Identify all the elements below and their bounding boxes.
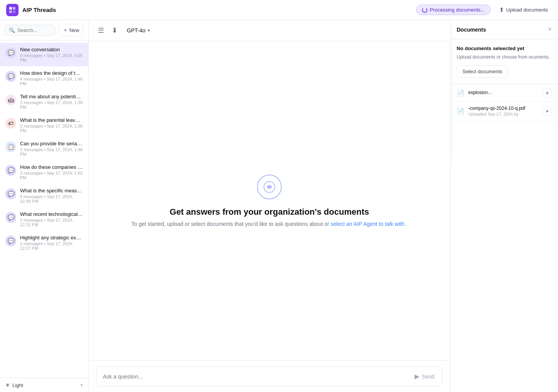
- send-label: Send: [422, 373, 434, 380]
- right-panel-title: Documents: [457, 27, 486, 33]
- center-area: Get answers from your organization's doc…: [89, 41, 450, 360]
- search-input[interactable]: [17, 27, 51, 33]
- right-panel-header: Documents ×: [450, 20, 558, 39]
- avatar: 📋: [5, 141, 16, 152]
- chevron-down-icon: ▾: [148, 28, 150, 33]
- menu-icon-button[interactable]: ☰: [96, 25, 106, 36]
- info-icon-button[interactable]: ⬇: [110, 25, 119, 36]
- right-panel-content: Documents × No documents seleected yet U…: [450, 20, 558, 121]
- file-item-1: 📄 explosion... +: [450, 84, 558, 102]
- right-panel: Processing documents View Status STARs A…: [450, 20, 558, 392]
- content-toolbar: ☰ ⬇ GPT-4o ▾: [89, 20, 450, 41]
- conv-info: Can you provide the serial numb... 2 mes…: [20, 141, 83, 156]
- sidebar: 🔍 ＋ New 💬 New conversation 0 messages • …: [0, 20, 89, 392]
- conv-title: What is the parental leave policy?: [20, 117, 83, 123]
- conv-meta: 0 messages • Sep 17, 2024, 5:05 PM: [20, 53, 83, 62]
- conv-info: What is the specific measuremen... 6 mes…: [20, 188, 83, 204]
- list-item[interactable]: 📋 Can you provide the serial numb... 2 m…: [0, 137, 88, 160]
- conv-meta: 2 messages • Sep 17, 2024, 1:03 PM: [20, 171, 83, 180]
- conv-meta: 2 messages • Sep 17, 2024, 12:31 PM: [20, 218, 83, 227]
- svg-rect-1: [13, 7, 15, 10]
- main-layout: 🔍 ＋ New 💬 New conversation 0 messages • …: [0, 20, 558, 392]
- conv-title: How does the design of the taper ...: [20, 70, 83, 76]
- agent-link[interactable]: select an AIP Agent to talk with: [331, 221, 404, 227]
- upload-btn-label: Upload documents: [506, 7, 548, 13]
- list-item[interactable]: 💬 What is the specific measuremen... 6 m…: [0, 184, 88, 207]
- app-icon: [6, 4, 18, 16]
- main-content: ☰ ⬇ GPT-4o ▾ Get answers from your organ…: [89, 20, 450, 392]
- conv-info: How does the design of the taper ... 4 m…: [20, 70, 83, 86]
- list-item[interactable]: 💬 How do these companies describ... 2 me…: [0, 160, 88, 184]
- header-left: AIP Threads: [6, 4, 56, 16]
- send-icon: ▶: [415, 373, 419, 380]
- conv-info: Highlight any strategic expansion... 2 m…: [20, 235, 83, 251]
- file-item-2: 📄 -company-qs-2024-10-q.pdf Uploaded Sep…: [450, 102, 558, 121]
- conv-title: Highlight any strategic expansion...: [20, 235, 83, 241]
- file-add-btn-1[interactable]: +: [543, 88, 552, 98]
- chevron-down-icon: ▾: [81, 383, 83, 388]
- conv-title: Can you provide the serial numb...: [20, 141, 83, 146]
- panel-message: No documents seleected yet Upload docume…: [450, 39, 558, 84]
- sidebar-bottom: ✳ Light ▾: [0, 378, 88, 392]
- plus-icon: ＋: [63, 27, 68, 34]
- conv-info: What recent technological advan... 2 mes…: [20, 211, 83, 227]
- list-item[interactable]: 💬 New conversation 0 messages • Sep 17, …: [0, 43, 88, 66]
- pdf-icon-2: 📄: [457, 108, 464, 115]
- avatar: 💬: [5, 188, 16, 199]
- upload-icon: ⬆: [499, 6, 504, 13]
- theme-label: Light: [12, 382, 23, 388]
- conv-info: What is the parental leave policy? 2 mes…: [20, 117, 83, 133]
- svg-rect-3: [13, 10, 15, 13]
- conv-title: How do these companies describ...: [20, 164, 83, 170]
- pdf-icon: 📄: [457, 89, 464, 97]
- upload-btn[interactable]: ⬆ Upload documents: [495, 4, 552, 15]
- conv-meta: 4 messages • Sep 17, 2024, 1:46 PM: [20, 77, 83, 86]
- conv-title: What is the specific measuremen...: [20, 188, 83, 193]
- list-item[interactable]: 💬 What recent technological advan... 2 m…: [0, 207, 88, 231]
- theme-button[interactable]: ✳ Light: [5, 382, 23, 388]
- list-item[interactable]: 🤖 Tell me about any potential disr... 2 …: [0, 90, 88, 113]
- svg-point-5: [268, 186, 270, 188]
- center-subtitle: To get started, upload or select documen…: [131, 221, 407, 227]
- list-item[interactable]: 💬 Highlight any strategic expansion... 2…: [0, 231, 88, 254]
- svg-rect-2: [9, 10, 12, 13]
- center-illustration: [257, 175, 282, 199]
- conversation-list: 💬 New conversation 0 messages • Sep 17, …: [0, 40, 88, 378]
- conv-title: What recent technological advan...: [20, 211, 83, 217]
- search-box: 🔍: [5, 25, 55, 36]
- panel-no-docs-text: Upload documents or choose from ocuments…: [457, 54, 552, 61]
- close-button[interactable]: ×: [548, 25, 552, 34]
- svg-point-4: [264, 182, 275, 192]
- processing-btn-label: Processing documents...: [430, 7, 484, 13]
- avatar: 💬: [5, 47, 16, 58]
- conv-title: New conversation: [20, 47, 83, 52]
- panel-no-docs-title: No documents seleected yet: [457, 45, 552, 51]
- processing-spinner-icon: [422, 7, 427, 13]
- file-meta-2: Uploaded Sep 17, 2024 by: [468, 112, 539, 116]
- list-item[interactable]: 🏷 What is the parental leave policy? 2 m…: [0, 113, 88, 137]
- header-right: Processing documents... ⬆ Upload documen…: [416, 4, 552, 15]
- processing-btn[interactable]: Processing documents...: [416, 5, 490, 15]
- new-btn-label: New: [69, 27, 79, 33]
- new-button[interactable]: ＋ New: [59, 24, 84, 36]
- input-area: ▶ Send: [89, 360, 450, 392]
- subtitle-after: .: [406, 221, 407, 227]
- avatar: 💬: [5, 212, 16, 223]
- select-docs-button[interactable]: Select documents: [457, 65, 508, 78]
- svg-rect-0: [9, 7, 12, 10]
- conv-meta: 2 messages • Sep 17, 2024, 1:38 PM: [20, 147, 83, 156]
- file-name-1: explosion...: [468, 90, 539, 95]
- send-button[interactable]: ▶ Send: [413, 371, 436, 382]
- file-add-btn-2[interactable]: +: [543, 106, 552, 116]
- file-name-2: -company-qs-2024-10-q.pdf: [468, 106, 539, 111]
- conv-meta: 2 messages • Sep 17, 2024, 1:38 PM: [20, 124, 83, 133]
- avatar: 💬: [5, 236, 16, 246]
- sun-icon: ✳: [5, 382, 10, 388]
- avatar: 🤖: [5, 94, 16, 105]
- list-item[interactable]: 💬 How does the design of the taper ... 4…: [0, 66, 88, 90]
- model-selector[interactable]: GPT-4o ▾: [124, 26, 153, 35]
- center-title: Get answers from your organization's doc…: [170, 207, 369, 217]
- search-icon: 🔍: [9, 27, 15, 33]
- file-info-2: -company-qs-2024-10-q.pdf Uploaded Sep 1…: [468, 106, 539, 116]
- question-input[interactable]: [103, 373, 409, 380]
